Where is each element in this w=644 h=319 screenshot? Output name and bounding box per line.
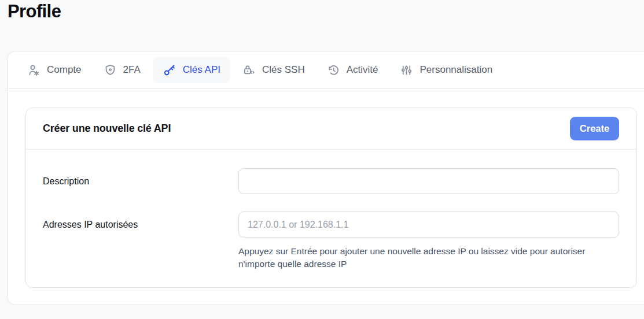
description-field-wrap xyxy=(238,168,619,194)
sliders-icon xyxy=(400,64,413,77)
tab-label: Clés API xyxy=(183,64,220,76)
card-body: Description Adresses IP autorisées Appuy… xyxy=(26,150,636,270)
ip-addresses-label: Adresses IP autorisées xyxy=(43,212,238,238)
profile-panel: Compte 2FA xyxy=(7,51,644,305)
tab-cles-ssh[interactable]: Clés SSH xyxy=(233,57,315,83)
tab-label: Clés SSH xyxy=(262,64,305,76)
key-icon xyxy=(163,63,176,77)
tab-compte[interactable]: Compte xyxy=(17,57,91,83)
description-row: Description xyxy=(43,168,619,194)
page-title: Profile xyxy=(8,1,61,22)
shield-icon xyxy=(104,64,117,77)
profile-tabbar: Compte 2FA xyxy=(8,51,644,89)
card-title: Créer une nouvelle clé API xyxy=(43,123,171,135)
tab-activite[interactable]: Activité xyxy=(317,57,388,83)
create-api-key-card: Créer une nouvelle clé API Create Descri… xyxy=(25,107,637,288)
description-label: Description xyxy=(43,168,238,194)
tab-label: Activité xyxy=(347,64,378,76)
description-input[interactable] xyxy=(238,168,619,194)
tab-label: Personnalisation xyxy=(419,64,492,76)
user-gear-icon xyxy=(27,64,41,77)
create-button[interactable]: Create xyxy=(570,117,619,140)
tab-personnalisation[interactable]: Personnalisation xyxy=(390,57,502,83)
tab-label: 2FA xyxy=(123,64,141,76)
ip-addresses-row: Adresses IP autorisées Appuyez sur Entré… xyxy=(43,212,619,270)
tab-cles-api[interactable]: Clés API xyxy=(153,57,230,83)
lock-code-icon xyxy=(242,64,256,77)
profile-page: Profile Compte xyxy=(0,0,644,319)
tab-2fa[interactable]: 2FA xyxy=(94,57,150,83)
ip-field-wrap: Appuyez sur Entrée pour ajouter une nouv… xyxy=(238,212,619,270)
ip-address-input[interactable] xyxy=(238,212,619,238)
history-icon xyxy=(327,64,340,77)
tab-label: Compte xyxy=(47,64,82,76)
card-header: Créer une nouvelle clé API Create xyxy=(26,108,636,150)
ip-help-text: Appuyez sur Entrée pour ajouter une nouv… xyxy=(238,245,616,270)
